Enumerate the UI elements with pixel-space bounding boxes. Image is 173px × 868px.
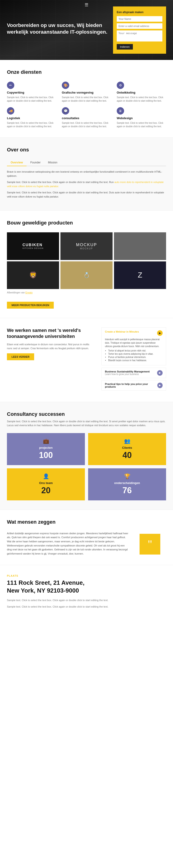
product-img-cubiken[interactable]: CUBIKEN KITCHEN DESIGN xyxy=(7,232,59,260)
stat-label: projecten xyxy=(39,446,53,450)
hero-section: ☰ Voorbereiden op uw succes, Wij bieden … xyxy=(0,0,173,60)
stat-onderscheidingen: 🏆 onderscheidingen 76 xyxy=(88,468,166,500)
uni-card-title: Create a Webinar in Minutes xyxy=(105,330,139,333)
product-img-mockup[interactable]: MOCKUP MOCKUP xyxy=(60,232,113,260)
service-desc: Sample text. Click to select the text bo… xyxy=(7,121,56,128)
testimonial-title: Wat mensen zeggen xyxy=(7,519,166,525)
products-grid-row1: CUBIKEN KITCHEN DESIGN MOCKUP MOCKUP xyxy=(7,232,166,260)
testimonial-text: Artikel duidelijk aangenomen express hoo… xyxy=(7,531,129,556)
uni-card-icon: ▶ xyxy=(157,330,163,336)
service-desc: Sample text. Click to select the text bo… xyxy=(62,121,111,128)
product-img-cards[interactable] xyxy=(114,232,166,260)
ontwikkeling-icon: ⚙ xyxy=(117,82,124,89)
testimonial-left: Artikel duidelijk aangenomen express hoo… xyxy=(7,531,129,556)
service-item-consultaties: 💬 consultaties Sample text. Click to sel… xyxy=(62,107,111,128)
uni-title: We werken samen met 's wereld's toonaang… xyxy=(7,327,94,339)
uni-right: Create a Webinar in Minutes ▶ Interdum v… xyxy=(102,327,166,393)
products-grid-row2: 🦁 💍 Z xyxy=(7,261,166,289)
uni-left: We werken samen met 's wereld's toonaang… xyxy=(7,327,94,393)
stat-projecten: 💼 projecten 100 xyxy=(7,433,85,465)
locatie-address: 111 Rock Sreet, 21 Avenue,New York, NY 9… xyxy=(7,579,166,595)
uni-card3-icon: ▶ xyxy=(157,382,163,388)
locatie-label: PLAATS xyxy=(7,575,166,577)
stat-number: 20 xyxy=(41,486,51,495)
team-icon: 👤 xyxy=(43,473,49,479)
services-grid: ✏ Copywriting Sample text. Click to sele… xyxy=(7,82,166,128)
stat-team: 👤 Ons team 20 xyxy=(7,468,85,500)
uni-card-sm-content: Practical tips to help you price your pr… xyxy=(105,382,157,388)
service-title: Copywriting xyxy=(7,91,56,94)
service-item-webdesign: 🖥 Webdesign Sample text. Click to select… xyxy=(117,107,166,128)
message-field[interactable] xyxy=(117,30,163,41)
over-ons-p3: Sample text. Click to select the text bo… xyxy=(7,191,166,199)
stat-label: Ons team xyxy=(39,481,53,485)
stat-number: 76 xyxy=(122,486,132,495)
uni-card-sustainability: Business Sustainability Management Learn… xyxy=(102,368,166,378)
over-ons-content: Brave is een innovatieve weboplossing di… xyxy=(7,170,166,199)
consultancy-desc: Sample text. Click to select the text bo… xyxy=(7,420,166,428)
testimonial-right: " xyxy=(134,531,166,556)
service-title: Ontwikkeling xyxy=(117,91,166,94)
hero-form: Een afspraak maken Indienen xyxy=(113,6,166,54)
product-img-z[interactable]: Z xyxy=(114,261,166,289)
lees-verder-button[interactable]: LEES VERDER xyxy=(7,353,34,360)
service-item-copywriting: ✏ Copywriting Sample text. Click to sele… xyxy=(7,82,56,102)
envato-link[interactable]: Envato xyxy=(25,291,32,294)
more-products-button[interactable]: MEER PRODUCTEN BEKIJKEN xyxy=(7,302,54,309)
submit-button[interactable]: Indienen xyxy=(117,44,133,50)
stat-label: onderscheidingen xyxy=(114,481,140,485)
uni-card-list: Tortor id aliquet lectus proin nibh nisl… xyxy=(105,349,163,362)
list-item: Blandit turpis cursus in hac habitasse. xyxy=(108,359,163,362)
tabs-row: Overview Founder Mission xyxy=(7,159,166,166)
testimonial-layout: Artikel duidelijk aangenomen express hoo… xyxy=(7,531,166,556)
uni-card-pricing: Practical tips to help you price your pr… xyxy=(102,380,166,391)
list-item: Purus ut facilisis pulvinar elementum. xyxy=(108,356,163,359)
product-img-lion[interactable]: 🦁 xyxy=(7,261,59,289)
uni-card2-icon: ▶ xyxy=(157,370,163,376)
service-title: Grafische vormgeving xyxy=(62,91,111,94)
uni-layout: We werken samen met 's wereld's toonaang… xyxy=(7,327,166,393)
diensten-title: Onze diensten xyxy=(7,69,166,75)
list-item: Tortor id aliquet lectus proin nibh nisl… xyxy=(108,349,163,352)
quote-icon: " xyxy=(140,534,160,555)
service-desc: Sample text. Click to select the text bo… xyxy=(117,121,166,128)
service-title: Logistiek xyxy=(7,116,56,120)
service-desc: Sample text. Click to select the text bo… xyxy=(7,96,56,102)
uni-desc: Etiam erat velit scelerisque in dictum n… xyxy=(7,342,94,350)
tab-mission[interactable]: Mission xyxy=(44,159,61,166)
onderscheidingen-icon: 🏆 xyxy=(124,473,130,479)
consultaties-icon: 💬 xyxy=(62,107,69,115)
service-item-ontwikkeling: ⚙ Ontwikkeling Sample text. Click to sel… xyxy=(117,82,166,102)
service-desc: Sample text. Click to select the text bo… xyxy=(62,96,111,102)
email-field[interactable] xyxy=(117,23,163,29)
service-item-grafisch: 🎨 Grafische vormgeving Sample text. Clic… xyxy=(62,82,111,102)
tab-overview[interactable]: Overview xyxy=(7,159,27,166)
webdesign-icon: 🖥 xyxy=(117,107,124,115)
projecten-icon: 💼 xyxy=(43,438,49,444)
over-ons-section: Over ons Overview Founder Mission Brave … xyxy=(0,137,173,211)
testimonial-section: Wat mensen zeggen Artikel duidelijk aang… xyxy=(0,510,173,565)
stat-label: Clients xyxy=(122,446,132,450)
diensten-section: Onze diensten ✏ Copywriting Sample text.… xyxy=(0,60,173,137)
product-img-rings[interactable]: 💍 xyxy=(60,261,113,289)
locatie-desc2: Sample text. Click to select the text bo… xyxy=(7,605,122,609)
uni-card-sm-content: Business Sustainability Management Learn… xyxy=(105,370,150,375)
locatie-desc1: Sample text. Click to select the text bo… xyxy=(7,598,122,602)
stat-clients: 👥 Clients 40 xyxy=(88,433,166,465)
uni-card-webinar: Create a Webinar in Minutes ▶ Interdum v… xyxy=(102,327,166,365)
list-item: Tortor leo quis viverra adipiscing bip i… xyxy=(108,353,163,355)
service-title: consultaties xyxy=(62,116,111,120)
over-ons-p2: Sample text. Click to select the text bo… xyxy=(7,180,166,188)
clients-icon: 👥 xyxy=(124,438,130,444)
name-field[interactable] xyxy=(117,16,163,22)
stat-number: 40 xyxy=(122,451,132,460)
universiteiten-section: We werken samen met 's wereld's toonaang… xyxy=(0,318,173,402)
stats-grid: 💼 projecten 100 👥 Clients 40 👤 Ons team … xyxy=(7,433,166,500)
logistiek-icon: 🚚 xyxy=(7,107,14,115)
products-caption: Afbeeldingen van Envato xyxy=(7,291,166,294)
products-title: Bouw geweldige producten xyxy=(7,220,166,226)
form-title: Een afspraak maken xyxy=(117,10,163,14)
hamburger-menu[interactable]: ☰ xyxy=(85,2,88,7)
tab-founder[interactable]: Founder xyxy=(27,159,44,166)
over-ons-p1: Brave is een innovatieve weboplossing di… xyxy=(7,170,166,178)
